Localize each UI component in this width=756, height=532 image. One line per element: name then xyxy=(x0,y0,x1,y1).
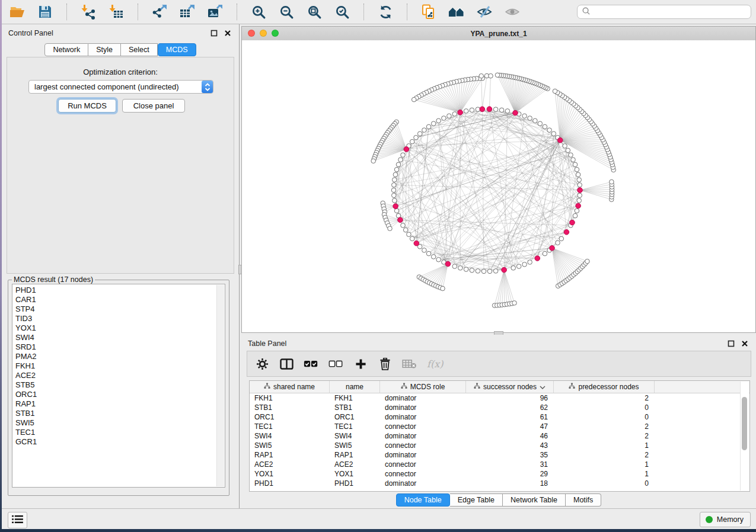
graph-node[interactable] xyxy=(452,264,457,269)
graph-node[interactable] xyxy=(576,172,580,177)
graph-node[interactable] xyxy=(493,107,498,112)
graph-node[interactable] xyxy=(410,236,414,241)
table-scrollbar-track[interactable] xyxy=(740,382,749,491)
graph-node[interactable] xyxy=(393,172,398,177)
graph-mcds-hub-node[interactable] xyxy=(414,241,419,246)
graph-mcds-hub-node[interactable] xyxy=(445,261,451,267)
traffic-light-zoom[interactable] xyxy=(272,30,279,37)
graph-node[interactable] xyxy=(458,266,463,271)
table-scrollbar-thumb[interactable] xyxy=(742,397,747,450)
graph-node[interactable] xyxy=(436,118,441,123)
tab-edge-table[interactable]: Edge Table xyxy=(450,493,503,507)
graph-node[interactable] xyxy=(392,193,397,198)
graph-leaf-node[interactable] xyxy=(489,73,493,78)
hide-selected-icon[interactable] xyxy=(476,4,493,20)
graph-leaf-node[interactable] xyxy=(553,89,557,94)
search-input[interactable] xyxy=(594,5,751,18)
mcds-result-item[interactable]: STB1 xyxy=(15,409,225,418)
graph-node[interactable] xyxy=(522,262,527,267)
graph-leaf-node[interactable] xyxy=(371,159,376,164)
table-row[interactable]: ACE2ACE2connector311 xyxy=(250,460,749,469)
mcds-result-item[interactable]: FKH1 xyxy=(15,361,225,371)
graph-node[interactable] xyxy=(396,162,401,167)
traffic-light-close[interactable] xyxy=(248,30,255,37)
zoom-fit-icon[interactable] xyxy=(306,4,323,20)
graph-node[interactable] xyxy=(547,128,552,133)
graph-node[interactable] xyxy=(487,269,492,274)
zoom-out-icon[interactable] xyxy=(278,4,295,20)
graph-node[interactable] xyxy=(422,128,427,133)
graph-node[interactable] xyxy=(556,241,560,245)
graph-leaf-node[interactable] xyxy=(495,73,500,78)
graph-node[interactable] xyxy=(398,158,403,162)
mcds-result-item[interactable]: STP4 xyxy=(15,305,225,314)
tab-network[interactable]: Network xyxy=(44,43,88,56)
graph-node[interactable] xyxy=(452,112,457,117)
settings-icon[interactable] xyxy=(255,356,269,371)
graph-mcds-hub-node[interactable] xyxy=(393,204,398,209)
memory-button[interactable]: Memory xyxy=(700,512,751,527)
graph-mcds-hub-node[interactable] xyxy=(487,107,492,112)
graph-mcds-hub-node[interactable] xyxy=(535,256,540,261)
column-header-name[interactable]: name xyxy=(330,381,380,393)
table-row[interactable]: SWI5SWI5connector431 xyxy=(250,441,749,450)
graph-node[interactable] xyxy=(516,264,521,269)
mcds-result-item[interactable]: SRD1 xyxy=(15,342,225,352)
graph-leaf-node[interactable] xyxy=(585,259,590,264)
graph-node[interactable] xyxy=(573,213,578,218)
mcds-result-item[interactable]: YOX1 xyxy=(15,323,225,333)
float-panel-icon[interactable] xyxy=(210,29,218,37)
zoom-in-icon[interactable] xyxy=(250,4,267,20)
mcds-result-item[interactable]: STB5 xyxy=(15,380,225,390)
graph-node[interactable] xyxy=(493,269,498,274)
graph-mcds-hub-node[interactable] xyxy=(480,107,485,112)
graph-node[interactable] xyxy=(436,257,441,262)
graph-mcds-hub-node[interactable] xyxy=(404,147,409,152)
import-table-icon[interactable] xyxy=(108,4,125,20)
graph-node[interactable] xyxy=(470,108,474,113)
network-canvas[interactable] xyxy=(242,40,755,332)
graph-node[interactable] xyxy=(528,260,532,265)
deselect-all-icon[interactable] xyxy=(328,356,343,371)
table-row[interactable]: YOX1YOX1connector291 xyxy=(250,469,749,479)
table-row[interactable]: SWI4SWI4dominator462 xyxy=(250,431,749,441)
graph-mcds-hub-node[interactable] xyxy=(576,203,581,209)
graph-node[interactable] xyxy=(571,158,576,162)
graph-node[interactable] xyxy=(426,251,431,256)
mcds-result-item[interactable]: PHD1 xyxy=(15,286,225,295)
graph-mcds-hub-node[interactable] xyxy=(398,217,403,223)
criterion-select[interactable]: largest connected component (undirected) xyxy=(28,80,213,94)
export-network-icon[interactable] xyxy=(151,4,168,20)
mcds-result-item[interactable]: SWI4 xyxy=(15,333,225,342)
graph-node[interactable] xyxy=(481,269,486,274)
graph-mcds-hub-node[interactable] xyxy=(564,230,569,235)
traffic-light-minimize[interactable] xyxy=(260,30,267,37)
graph-node[interactable] xyxy=(393,198,397,203)
graph-node[interactable] xyxy=(578,193,582,198)
mcds-result-item[interactable]: ACE2 xyxy=(15,371,225,380)
graph-node[interactable] xyxy=(538,121,543,126)
graph-leaf-node[interactable] xyxy=(388,226,393,231)
tab-network-table[interactable]: Network Table xyxy=(503,493,566,507)
graph-node[interactable] xyxy=(575,209,579,213)
mcds-result-list[interactable]: PHD1CAR1STP4TID3YOX1SWI4SRD1PMA2FKH1ACE2… xyxy=(12,284,225,488)
graph-node[interactable] xyxy=(407,232,412,237)
graph-node[interactable] xyxy=(401,223,406,228)
graph-node[interactable] xyxy=(403,227,408,232)
save-icon[interactable] xyxy=(37,4,53,20)
graph-node[interactable] xyxy=(543,124,547,129)
refresh-icon[interactable] xyxy=(377,4,394,20)
graph-mcds-hub-node[interactable] xyxy=(550,245,555,251)
graph-node[interactable] xyxy=(410,139,414,144)
open-file-icon[interactable] xyxy=(9,4,25,20)
column-header-predecessor-nodes[interactable]: predecessor nodes xyxy=(554,381,655,393)
graph-node[interactable] xyxy=(577,198,582,203)
table-row[interactable]: FKH1FKH1dominator962 xyxy=(250,393,749,403)
graph-node[interactable] xyxy=(505,109,510,114)
float-table-panel-icon[interactable] xyxy=(727,339,735,347)
graph-node[interactable] xyxy=(551,132,556,136)
export-image-icon[interactable] xyxy=(207,4,224,20)
graph-node[interactable] xyxy=(464,267,468,272)
graph-node[interactable] xyxy=(447,114,452,118)
graph-mcds-hub-node[interactable] xyxy=(458,110,463,115)
